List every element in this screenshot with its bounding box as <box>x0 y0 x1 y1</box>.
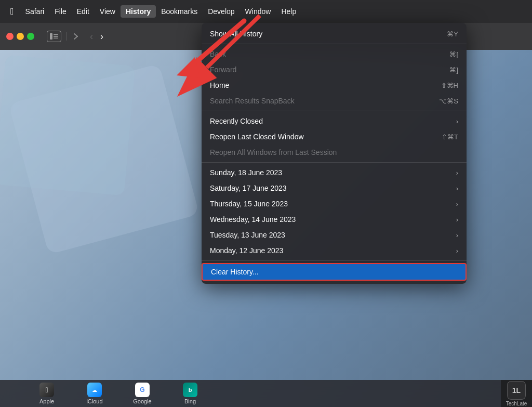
show-all-history-shortcut: ⌘Y <box>447 30 458 38</box>
forward-item[interactable]: Forward ⌘] <box>202 62 467 77</box>
file-menu[interactable]: File <box>49 5 72 18</box>
forward-label: Forward <box>210 65 449 74</box>
show-all-history-label: Show All History <box>210 30 447 38</box>
history-menu-trigger[interactable]: History <box>121 5 156 18</box>
date-saturday-chevron: › <box>456 185 458 192</box>
close-button[interactable] <box>6 33 14 40</box>
date-monday-label: Monday, 12 June 2023 <box>210 246 456 255</box>
show-all-history-item[interactable]: Show All History ⌘Y <box>202 26 467 42</box>
recently-closed-label: Recently Closed <box>210 117 456 125</box>
separator-2 <box>202 111 467 111</box>
edit-menu[interactable]: Edit <box>72 5 95 18</box>
date-saturday-item[interactable]: Saturday, 17 June 2023 › <box>202 180 467 196</box>
reopen-all-item[interactable]: Reopen All Windows from Last Session <box>202 145 467 160</box>
fullscreen-button[interactable] <box>27 33 34 40</box>
date-thursday-item[interactable]: Thursday, 15 June 2023 › <box>202 196 467 212</box>
svg-rect-2 <box>54 36 58 37</box>
icloud-favicon: ☁ <box>87 383 102 397</box>
safari-menu[interactable]: Safari <box>20 5 50 18</box>
date-tuesday-chevron: › <box>456 231 458 239</box>
home-label: Home <box>210 81 441 89</box>
favorites-bar:  Apple ☁ iCloud G Google b Bing 1L Tech… <box>0 380 532 407</box>
date-tuesday-label: Tuesday, 13 June 2023 <box>210 231 456 239</box>
forward-button[interactable]: › <box>97 30 107 43</box>
snapback-shortcut: ⌥⌘S <box>439 97 458 105</box>
history-dropdown-menu: Show All History ⌘Y Back ⌘[ Forward ⌘] H… <box>202 23 467 284</box>
google-favicon: G <box>135 383 150 397</box>
reopen-last-closed-item[interactable]: Reopen Last Closed Window ⇧⌘T <box>202 129 467 145</box>
date-thursday-chevron: › <box>456 200 458 208</box>
develop-menu[interactable]: Develop <box>203 5 240 18</box>
svg-rect-3 <box>54 38 58 39</box>
fav-bing[interactable]: b Bing <box>175 383 206 404</box>
help-menu[interactable]: Help <box>276 5 301 18</box>
menubar:  Safari File Edit View History Bookmark… <box>0 0 532 23</box>
reopen-all-label: Reopen All Windows from Last Session <box>210 148 458 156</box>
fav-bing-label: Bing <box>184 398 196 404</box>
date-thursday-label: Thursday, 15 June 2023 <box>210 200 456 208</box>
back-shortcut: ⌘[ <box>449 50 458 58</box>
fav-google[interactable]: G Google <box>127 383 158 404</box>
fav-icloud[interactable]: ☁ iCloud <box>79 383 110 404</box>
home-item[interactable]: Home ⇧⌘H <box>202 77 467 93</box>
forward-shortcut: ⌘] <box>449 66 458 74</box>
date-saturday-label: Saturday, 17 June 2023 <box>210 184 456 192</box>
back-label: Back <box>210 50 449 58</box>
reopen-last-closed-shortcut: ⇧⌘T <box>442 133 458 141</box>
fav-apple[interactable]:  Apple <box>31 383 62 404</box>
date-wednesday-chevron: › <box>456 216 458 224</box>
sidebar-toggle[interactable] <box>47 31 61 42</box>
date-wednesday-item[interactable]: Wednesday, 14 June 2023 › <box>202 212 467 227</box>
date-monday-chevron: › <box>456 247 458 255</box>
apple-menu[interactable]:  <box>4 4 20 19</box>
date-sunday-item[interactable]: Sunday, 18 June 2023 › <box>202 165 467 180</box>
back-button[interactable]: ‹ <box>87 30 96 43</box>
techlate-badge: 1L <box>507 381 526 400</box>
minimize-button[interactable] <box>17 33 24 40</box>
apple-favicon:  <box>39 383 54 397</box>
window-menu[interactable]: Window <box>240 5 276 18</box>
svg-rect-0 <box>50 33 52 40</box>
recently-closed-chevron: › <box>456 117 458 125</box>
date-tuesday-item[interactable]: Tuesday, 13 June 2023 › <box>202 227 467 243</box>
techlate-item[interactable]: 1L TechLate <box>501 380 532 407</box>
svg-rect-1 <box>54 34 58 35</box>
traffic-lights <box>6 33 34 40</box>
clear-history-label: Clear History... <box>211 268 457 276</box>
separator-1 <box>202 44 467 44</box>
bookmarks-menu[interactable]: Bookmarks <box>156 5 203 18</box>
home-shortcut: ⇧⌘H <box>441 82 458 89</box>
recently-closed-item[interactable]: Recently Closed › <box>202 113 467 129</box>
separator-4 <box>202 260 467 261</box>
fav-icloud-label: iCloud <box>86 398 102 404</box>
techlate-label: TechLate <box>506 401 527 406</box>
separator-3 <box>202 162 467 163</box>
date-monday-item[interactable]: Monday, 12 June 2023 › <box>202 243 467 258</box>
bing-favicon: b <box>183 383 197 397</box>
clear-history-item[interactable]: Clear History... <box>202 263 467 281</box>
view-menu[interactable]: View <box>95 5 121 18</box>
date-sunday-chevron: › <box>456 169 458 177</box>
date-sunday-label: Sunday, 18 June 2023 <box>210 168 456 177</box>
back-item[interactable]: Back ⌘[ <box>202 46 467 62</box>
fav-google-label: Google <box>133 398 151 404</box>
nav-buttons: ‹ › <box>87 30 107 43</box>
snapback-item[interactable]: Search Results SnapBack ⌥⌘S <box>202 93 467 109</box>
reopen-last-closed-label: Reopen Last Closed Window <box>210 133 442 141</box>
fav-apple-label: Apple <box>39 398 54 404</box>
date-wednesday-label: Wednesday, 14 June 2023 <box>210 215 456 224</box>
snapback-label: Search Results SnapBack <box>210 97 439 105</box>
